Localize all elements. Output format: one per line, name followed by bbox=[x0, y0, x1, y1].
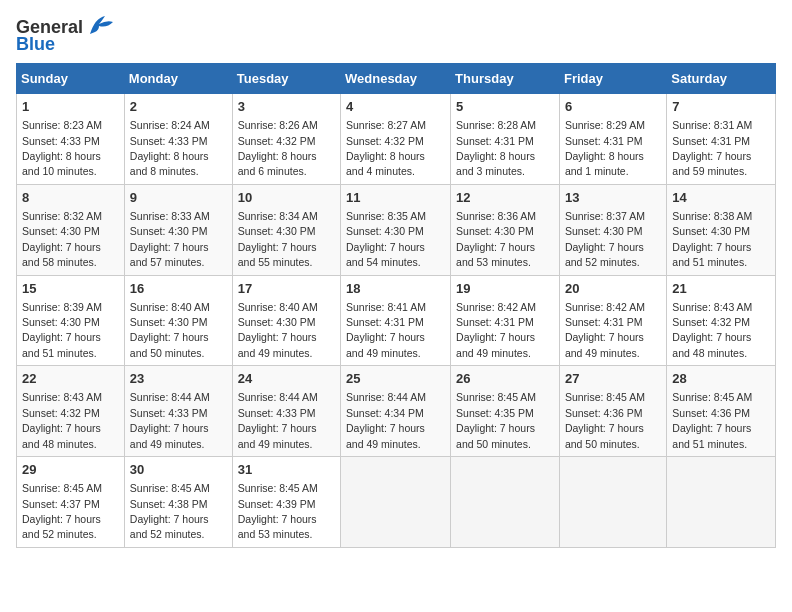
calendar-cell: 26Sunrise: 8:45 AMSunset: 4:35 PMDayligh… bbox=[451, 366, 560, 457]
calendar-week-2: 8Sunrise: 8:32 AMSunset: 4:30 PMDaylight… bbox=[17, 184, 776, 275]
day-info: Sunrise: 8:44 AMSunset: 4:34 PMDaylight:… bbox=[346, 391, 426, 449]
day-info: Sunrise: 8:27 AMSunset: 4:32 PMDaylight:… bbox=[346, 119, 426, 177]
day-number: 28 bbox=[672, 370, 770, 388]
day-info: Sunrise: 8:39 AMSunset: 4:30 PMDaylight:… bbox=[22, 301, 102, 359]
calendar-cell: 2Sunrise: 8:24 AMSunset: 4:33 PMDaylight… bbox=[124, 94, 232, 185]
calendar-cell: 28Sunrise: 8:45 AMSunset: 4:36 PMDayligh… bbox=[667, 366, 776, 457]
day-number: 9 bbox=[130, 189, 227, 207]
calendar-cell bbox=[559, 457, 666, 548]
calendar-cell: 23Sunrise: 8:44 AMSunset: 4:33 PMDayligh… bbox=[124, 366, 232, 457]
day-info: Sunrise: 8:28 AMSunset: 4:31 PMDaylight:… bbox=[456, 119, 536, 177]
day-info: Sunrise: 8:44 AMSunset: 4:33 PMDaylight:… bbox=[238, 391, 318, 449]
day-number: 21 bbox=[672, 280, 770, 298]
day-info: Sunrise: 8:34 AMSunset: 4:30 PMDaylight:… bbox=[238, 210, 318, 268]
calendar-table: SundayMondayTuesdayWednesdayThursdayFrid… bbox=[16, 63, 776, 548]
weekday-header-friday: Friday bbox=[559, 64, 666, 94]
calendar-cell: 13Sunrise: 8:37 AMSunset: 4:30 PMDayligh… bbox=[559, 184, 666, 275]
calendar-cell: 29Sunrise: 8:45 AMSunset: 4:37 PMDayligh… bbox=[17, 457, 125, 548]
calendar-cell: 16Sunrise: 8:40 AMSunset: 4:30 PMDayligh… bbox=[124, 275, 232, 366]
calendar-week-1: 1Sunrise: 8:23 AMSunset: 4:33 PMDaylight… bbox=[17, 94, 776, 185]
day-number: 1 bbox=[22, 98, 119, 116]
day-number: 22 bbox=[22, 370, 119, 388]
day-info: Sunrise: 8:36 AMSunset: 4:30 PMDaylight:… bbox=[456, 210, 536, 268]
logo-blue: Blue bbox=[16, 34, 55, 55]
day-number: 5 bbox=[456, 98, 554, 116]
calendar-cell: 20Sunrise: 8:42 AMSunset: 4:31 PMDayligh… bbox=[559, 275, 666, 366]
calendar-cell: 17Sunrise: 8:40 AMSunset: 4:30 PMDayligh… bbox=[232, 275, 340, 366]
day-info: Sunrise: 8:42 AMSunset: 4:31 PMDaylight:… bbox=[456, 301, 536, 359]
calendar-cell: 9Sunrise: 8:33 AMSunset: 4:30 PMDaylight… bbox=[124, 184, 232, 275]
day-info: Sunrise: 8:45 AMSunset: 4:37 PMDaylight:… bbox=[22, 482, 102, 540]
day-number: 14 bbox=[672, 189, 770, 207]
day-number: 12 bbox=[456, 189, 554, 207]
day-info: Sunrise: 8:45 AMSunset: 4:39 PMDaylight:… bbox=[238, 482, 318, 540]
day-number: 2 bbox=[130, 98, 227, 116]
weekday-header-sunday: Sunday bbox=[17, 64, 125, 94]
calendar-week-5: 29Sunrise: 8:45 AMSunset: 4:37 PMDayligh… bbox=[17, 457, 776, 548]
calendar-cell: 3Sunrise: 8:26 AMSunset: 4:32 PMDaylight… bbox=[232, 94, 340, 185]
page-header: General Blue bbox=[16, 16, 776, 55]
calendar-cell: 10Sunrise: 8:34 AMSunset: 4:30 PMDayligh… bbox=[232, 184, 340, 275]
day-number: 8 bbox=[22, 189, 119, 207]
calendar-cell: 12Sunrise: 8:36 AMSunset: 4:30 PMDayligh… bbox=[451, 184, 560, 275]
day-info: Sunrise: 8:31 AMSunset: 4:31 PMDaylight:… bbox=[672, 119, 752, 177]
day-number: 18 bbox=[346, 280, 445, 298]
calendar-week-4: 22Sunrise: 8:43 AMSunset: 4:32 PMDayligh… bbox=[17, 366, 776, 457]
day-number: 3 bbox=[238, 98, 335, 116]
day-number: 31 bbox=[238, 461, 335, 479]
calendar-cell: 27Sunrise: 8:45 AMSunset: 4:36 PMDayligh… bbox=[559, 366, 666, 457]
calendar-cell bbox=[341, 457, 451, 548]
day-info: Sunrise: 8:42 AMSunset: 4:31 PMDaylight:… bbox=[565, 301, 645, 359]
calendar-cell: 24Sunrise: 8:44 AMSunset: 4:33 PMDayligh… bbox=[232, 366, 340, 457]
day-info: Sunrise: 8:40 AMSunset: 4:30 PMDaylight:… bbox=[130, 301, 210, 359]
day-number: 24 bbox=[238, 370, 335, 388]
day-info: Sunrise: 8:32 AMSunset: 4:30 PMDaylight:… bbox=[22, 210, 102, 268]
calendar-cell: 4Sunrise: 8:27 AMSunset: 4:32 PMDaylight… bbox=[341, 94, 451, 185]
calendar-cell: 6Sunrise: 8:29 AMSunset: 4:31 PMDaylight… bbox=[559, 94, 666, 185]
weekday-header-monday: Monday bbox=[124, 64, 232, 94]
day-number: 25 bbox=[346, 370, 445, 388]
day-number: 4 bbox=[346, 98, 445, 116]
day-info: Sunrise: 8:23 AMSunset: 4:33 PMDaylight:… bbox=[22, 119, 102, 177]
calendar-cell: 14Sunrise: 8:38 AMSunset: 4:30 PMDayligh… bbox=[667, 184, 776, 275]
calendar-cell bbox=[451, 457, 560, 548]
day-info: Sunrise: 8:45 AMSunset: 4:35 PMDaylight:… bbox=[456, 391, 536, 449]
day-number: 26 bbox=[456, 370, 554, 388]
logo-bird-icon bbox=[85, 16, 115, 38]
calendar-cell: 22Sunrise: 8:43 AMSunset: 4:32 PMDayligh… bbox=[17, 366, 125, 457]
day-info: Sunrise: 8:45 AMSunset: 4:36 PMDaylight:… bbox=[672, 391, 752, 449]
day-info: Sunrise: 8:33 AMSunset: 4:30 PMDaylight:… bbox=[130, 210, 210, 268]
day-number: 29 bbox=[22, 461, 119, 479]
calendar-cell: 18Sunrise: 8:41 AMSunset: 4:31 PMDayligh… bbox=[341, 275, 451, 366]
day-info: Sunrise: 8:44 AMSunset: 4:33 PMDaylight:… bbox=[130, 391, 210, 449]
logo-text: General Blue bbox=[16, 16, 115, 55]
day-info: Sunrise: 8:37 AMSunset: 4:30 PMDaylight:… bbox=[565, 210, 645, 268]
day-number: 23 bbox=[130, 370, 227, 388]
calendar-cell bbox=[667, 457, 776, 548]
day-info: Sunrise: 8:29 AMSunset: 4:31 PMDaylight:… bbox=[565, 119, 645, 177]
day-info: Sunrise: 8:38 AMSunset: 4:30 PMDaylight:… bbox=[672, 210, 752, 268]
calendar-cell: 11Sunrise: 8:35 AMSunset: 4:30 PMDayligh… bbox=[341, 184, 451, 275]
day-number: 30 bbox=[130, 461, 227, 479]
day-number: 11 bbox=[346, 189, 445, 207]
day-number: 7 bbox=[672, 98, 770, 116]
logo: General Blue bbox=[16, 16, 115, 55]
calendar-cell: 25Sunrise: 8:44 AMSunset: 4:34 PMDayligh… bbox=[341, 366, 451, 457]
calendar-cell: 19Sunrise: 8:42 AMSunset: 4:31 PMDayligh… bbox=[451, 275, 560, 366]
day-number: 13 bbox=[565, 189, 661, 207]
calendar-cell: 7Sunrise: 8:31 AMSunset: 4:31 PMDaylight… bbox=[667, 94, 776, 185]
day-number: 16 bbox=[130, 280, 227, 298]
calendar-cell: 21Sunrise: 8:43 AMSunset: 4:32 PMDayligh… bbox=[667, 275, 776, 366]
day-number: 17 bbox=[238, 280, 335, 298]
calendar-week-3: 15Sunrise: 8:39 AMSunset: 4:30 PMDayligh… bbox=[17, 275, 776, 366]
day-info: Sunrise: 8:35 AMSunset: 4:30 PMDaylight:… bbox=[346, 210, 426, 268]
calendar-cell: 8Sunrise: 8:32 AMSunset: 4:30 PMDaylight… bbox=[17, 184, 125, 275]
day-info: Sunrise: 8:40 AMSunset: 4:30 PMDaylight:… bbox=[238, 301, 318, 359]
day-number: 15 bbox=[22, 280, 119, 298]
calendar-cell: 31Sunrise: 8:45 AMSunset: 4:39 PMDayligh… bbox=[232, 457, 340, 548]
day-number: 19 bbox=[456, 280, 554, 298]
day-info: Sunrise: 8:24 AMSunset: 4:33 PMDaylight:… bbox=[130, 119, 210, 177]
day-number: 20 bbox=[565, 280, 661, 298]
weekday-header-tuesday: Tuesday bbox=[232, 64, 340, 94]
calendar-cell: 5Sunrise: 8:28 AMSunset: 4:31 PMDaylight… bbox=[451, 94, 560, 185]
